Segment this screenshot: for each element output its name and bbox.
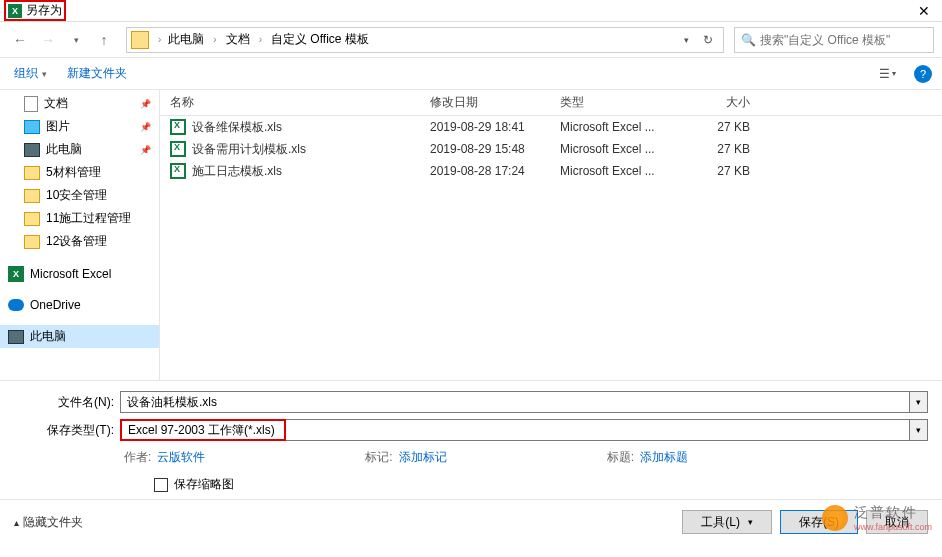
- navbar: ← → ▾ ↑ › 此电脑 › 文档 › 自定义 Office 模板 ▾ ↻ 🔍: [0, 22, 942, 58]
- file-type: Microsoft Excel ...: [550, 120, 680, 134]
- breadcrumb-item[interactable]: 自定义 Office 模板: [267, 29, 373, 50]
- filename-input[interactable]: [120, 391, 910, 413]
- filename-dropdown[interactable]: ▾: [910, 391, 928, 413]
- file-name: 设备维保模板.xls: [192, 119, 282, 136]
- window-title: 另存为: [26, 2, 62, 19]
- file-row[interactable]: 施工日志模板.xls 2019-08-28 17:24 Microsoft Ex…: [160, 160, 942, 182]
- dropdown-history-button[interactable]: ▾: [675, 29, 697, 51]
- meta-author: 作者: 云版软件: [124, 449, 205, 466]
- pc-icon: [24, 143, 40, 157]
- sidebar-item-pictures[interactable]: 图片 📌: [0, 115, 159, 138]
- titlebar-highlight: X 另存为: [4, 0, 66, 21]
- sidebar-item-thispc[interactable]: 此电脑 📌: [0, 138, 159, 161]
- xls-icon: [170, 163, 186, 179]
- picture-icon: [24, 120, 40, 134]
- watermark: 泛普软件 www.fanpusoft.com: [822, 504, 932, 532]
- author-value[interactable]: 云版软件: [157, 449, 205, 466]
- new-folder-button[interactable]: 新建文件夹: [63, 63, 131, 84]
- refresh-button[interactable]: ↻: [697, 29, 719, 51]
- list-icon: ☰: [879, 67, 890, 81]
- view-options-button[interactable]: ☰ ▾: [873, 65, 902, 83]
- pin-icon: 📌: [140, 145, 151, 155]
- sidebar-item-documents[interactable]: 文档 📌: [0, 92, 159, 115]
- chevron-down-icon: ▾: [42, 69, 47, 79]
- hide-folders-button[interactable]: ▴ 隐藏文件夹: [14, 514, 83, 531]
- file-date: 2019-08-28 17:24: [420, 164, 550, 178]
- folder-icon: [24, 212, 40, 226]
- filename-label: 文件名(N):: [14, 394, 120, 411]
- chevron-down-icon: ▾: [748, 517, 753, 527]
- pc-icon: [8, 330, 24, 344]
- thumbnail-row: 保存缩略图: [14, 476, 928, 493]
- meta-title: 标题: 添加标题: [607, 449, 688, 466]
- main-area: 文档 📌 图片 📌 此电脑 📌 5材料管理 10安全管理 11施工过程管理 12…: [0, 90, 942, 380]
- tags-value[interactable]: 添加标记: [399, 449, 447, 466]
- back-button[interactable]: ←: [8, 28, 32, 52]
- search-icon: 🔍: [741, 33, 756, 47]
- sidebar: 文档 📌 图片 📌 此电脑 📌 5材料管理 10安全管理 11施工过程管理 12…: [0, 90, 160, 380]
- up-button[interactable]: ↑: [92, 28, 116, 52]
- filelist-header: 名称 修改日期 类型 大小: [160, 90, 942, 116]
- filetype-label: 保存类型(T):: [14, 422, 120, 439]
- column-size[interactable]: 大小: [680, 94, 760, 111]
- recent-dropdown[interactable]: ▾: [64, 28, 88, 52]
- onedrive-icon: [8, 299, 24, 311]
- file-type: Microsoft Excel ...: [550, 142, 680, 156]
- folder-icon: [24, 166, 40, 180]
- file-size: 27 KB: [680, 120, 760, 134]
- bottom-panel: 文件名(N): ▾ 保存类型(T): ▾ 作者: 云版软件 标记: 添加标记 标…: [0, 380, 942, 499]
- sidebar-item-folder[interactable]: 5材料管理: [0, 161, 159, 184]
- filetype-input[interactable]: [120, 419, 286, 441]
- filetype-input-ext[interactable]: [286, 419, 910, 441]
- organize-button[interactable]: 组织 ▾: [10, 63, 51, 84]
- file-type: Microsoft Excel ...: [550, 164, 680, 178]
- chevron-right-icon[interactable]: ›: [155, 34, 164, 45]
- chevron-down-icon: ▾: [892, 69, 896, 78]
- meta-row: 作者: 云版软件 标记: 添加标记 标题: 添加标题: [14, 449, 928, 466]
- addressbar[interactable]: › 此电脑 › 文档 › 自定义 Office 模板 ▾ ↻: [126, 27, 724, 53]
- pin-icon: 📌: [140, 99, 151, 109]
- filetype-dropdown[interactable]: ▾: [910, 419, 928, 441]
- document-icon: [24, 96, 38, 112]
- file-name: 施工日志模板.xls: [192, 163, 282, 180]
- forward-button[interactable]: →: [36, 28, 60, 52]
- filetype-row: 保存类型(T): ▾: [14, 419, 928, 441]
- sidebar-item-folder[interactable]: 11施工过程管理: [0, 207, 159, 230]
- file-row[interactable]: 设备维保模板.xls 2019-08-29 18:41 Microsoft Ex…: [160, 116, 942, 138]
- column-type[interactable]: 类型: [550, 94, 680, 111]
- breadcrumb-item[interactable]: 文档: [222, 29, 254, 50]
- file-date: 2019-08-29 15:48: [420, 142, 550, 156]
- column-name[interactable]: 名称: [160, 94, 420, 111]
- sidebar-item-onedrive[interactable]: OneDrive: [0, 295, 159, 315]
- excel-icon: X: [8, 4, 22, 18]
- file-row[interactable]: 设备需用计划模板.xls 2019-08-29 15:48 Microsoft …: [160, 138, 942, 160]
- sidebar-item-excel[interactable]: X Microsoft Excel: [0, 263, 159, 285]
- column-date[interactable]: 修改日期: [420, 94, 550, 111]
- sidebar-item-thispc[interactable]: 此电脑: [0, 325, 159, 348]
- sidebar-item-folder[interactable]: 10安全管理: [0, 184, 159, 207]
- xls-icon: [170, 119, 186, 135]
- breadcrumb-item[interactable]: 此电脑: [164, 29, 208, 50]
- title-value[interactable]: 添加标题: [640, 449, 688, 466]
- chevron-up-icon: ▴: [14, 517, 19, 528]
- titlebar: X 另存为 ✕: [0, 0, 942, 22]
- button-row: ▴ 隐藏文件夹 工具(L) ▾ 保存(S) 取消: [0, 499, 942, 544]
- file-date: 2019-08-29 18:41: [420, 120, 550, 134]
- close-button[interactable]: ✕: [910, 3, 938, 19]
- file-size: 27 KB: [680, 164, 760, 178]
- thumbnail-checkbox[interactable]: [154, 478, 168, 492]
- watermark-logo: [822, 505, 848, 531]
- search-input[interactable]: [760, 33, 927, 47]
- sidebar-item-folder[interactable]: 12设备管理: [0, 230, 159, 253]
- search-box[interactable]: 🔍: [734, 27, 934, 53]
- file-name: 设备需用计划模板.xls: [192, 141, 306, 158]
- chevron-right-icon: ›: [256, 34, 265, 45]
- toolbar: 组织 ▾ 新建文件夹 ☰ ▾ ?: [0, 58, 942, 90]
- watermark-en: www.fanpusoft.com: [854, 522, 932, 532]
- folder-icon: [24, 235, 40, 249]
- folder-icon: [131, 31, 149, 49]
- xls-icon: [170, 141, 186, 157]
- file-size: 27 KB: [680, 142, 760, 156]
- help-button[interactable]: ?: [914, 65, 932, 83]
- tools-button[interactable]: 工具(L) ▾: [682, 510, 772, 534]
